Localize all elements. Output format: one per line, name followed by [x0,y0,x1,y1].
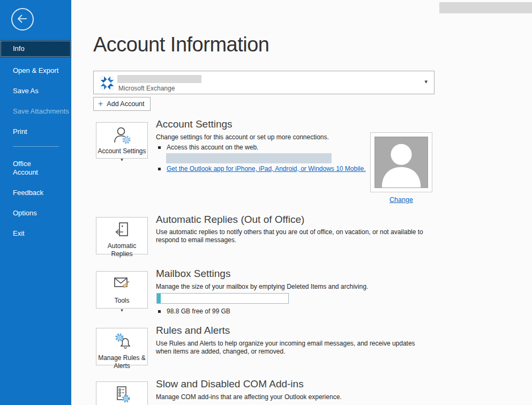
web-access-bullet: Access this account on the web. [158,144,258,151]
addins-gear-icon [113,386,131,405]
sidebar-item-exit[interactable]: Exit [0,225,71,242]
reply-note-icon [113,221,131,241]
sidebar-item-label: Exit [13,229,25,237]
redacted-owa-url [166,153,332,163]
outlook-app-bullet: Get the Outlook app for iPhone, iPad, An… [158,165,366,172]
sidebar-divider [13,146,59,147]
sidebar-item-save-attachments: Save Attachments [0,103,71,120]
person-gear-icon [113,126,132,146]
mailbox-tools-button[interactable]: Tools ▾ [96,271,148,309]
automatic-replies-button-label: Automatic Replies [96,242,147,258]
sidebar-item-label: Save As [13,87,39,95]
sidebar-item-print[interactable]: Print [0,123,71,140]
sidebar-item-label: Info [13,44,25,52]
sidebar-item-info[interactable]: Info [0,40,71,57]
dropdown-caret-icon: ▾ [121,157,123,162]
outlook-backstage-window: Info Open & Export Save As Save Attachme… [0,0,532,405]
automatic-replies-button[interactable]: Automatic Replies [96,217,148,254]
plus-icon: + [98,100,103,108]
change-photo-link-row: Change [370,196,432,204]
back-arrow-icon [16,12,29,27]
manage-rules-alerts-button[interactable]: Manage Rules & Alerts [96,328,148,365]
sidebar-item-label: Print [13,128,27,136]
dropdown-caret-icon: ▾ [121,306,123,314]
account-settings-button-label: Account Settings ▾ [96,147,147,164]
sidebar-item-options[interactable]: Options [0,205,71,222]
bullet-square-icon [158,146,161,149]
back-button[interactable] [11,8,34,31]
mailbox-cleanup-icon [113,275,132,296]
redacted-account-name [439,2,532,13]
backstage-sidebar: Info Open & Export Save As Save Attachme… [0,0,71,405]
section-desc-mailbox-settings: Manage the size of your mailbox by empty… [156,283,426,291]
page-title: Account Information [93,33,269,56]
tools-button-label: Tools [114,297,129,305]
section-desc-rules-alerts: Use Rules and Alerts to help organize yo… [156,340,429,356]
account-provider-label: Microsoft Exchange [118,85,175,92]
sidebar-item-feedback[interactable]: Feedback [0,184,71,201]
manage-com-addins-button[interactable]: Manage COM Add-ins [96,381,148,405]
sidebar-item-label: Open & Export [13,66,58,74]
section-heading-account-settings: Account Settings [156,118,233,130]
chevron-down-icon: ▾ [424,78,428,85]
section-heading-com-addins: Slow and Disabled COM Add-ins [156,378,304,390]
section-desc-automatic-replies: Use automatic replies to notify others t… [156,228,425,244]
storage-free-bullet: 98.8 GB free of 99 GB [158,308,230,315]
outlook-app-link[interactable]: Get the Outlook app for iPhone, iPad, An… [167,165,366,172]
redacted-email-address [117,75,201,83]
sidebar-item-label: Feedback [13,189,43,197]
bullet-square-icon [158,310,161,313]
sidebar-item-label: Office Account [13,160,50,177]
storage-free-text: 98.8 GB free of 99 GB [167,308,230,315]
account-settings-button[interactable]: Account Settings ▾ [96,122,148,159]
avatar [374,137,428,188]
sidebar-item-label: Save Attachments [13,107,69,115]
mailbox-usage-bar [156,293,289,304]
section-heading-mailbox-settings: Mailbox Settings [156,268,230,280]
section-desc-com-addins: Manage COM add-ins that are affecting yo… [156,393,426,401]
account-selector-dropdown[interactable]: Microsoft Exchange ▾ [93,71,434,94]
sidebar-item-office-account[interactable]: Office Account [0,155,71,181]
bullet-square-icon [158,168,161,170]
add-account-label: Add Account [107,100,144,108]
sidebar-item-save-as[interactable]: Save As [0,82,71,100]
add-account-button[interactable]: + Add Account [93,97,151,111]
profile-photo [370,132,432,192]
section-heading-automatic-replies: Automatic Replies (Out of Office) [156,214,304,226]
manage-rules-button-label: Manage Rules & Alerts [96,354,147,370]
mailbox-storage-fill [157,294,161,303]
exchange-logo-icon [99,74,116,94]
gear-bell-icon [113,332,132,353]
sidebar-item-label: Options [13,209,37,217]
sidebar-item-open-export[interactable]: Open & Export [0,62,71,79]
section-heading-rules-alerts: Rules and Alerts [156,325,230,336]
change-photo-link[interactable]: Change [389,196,413,204]
